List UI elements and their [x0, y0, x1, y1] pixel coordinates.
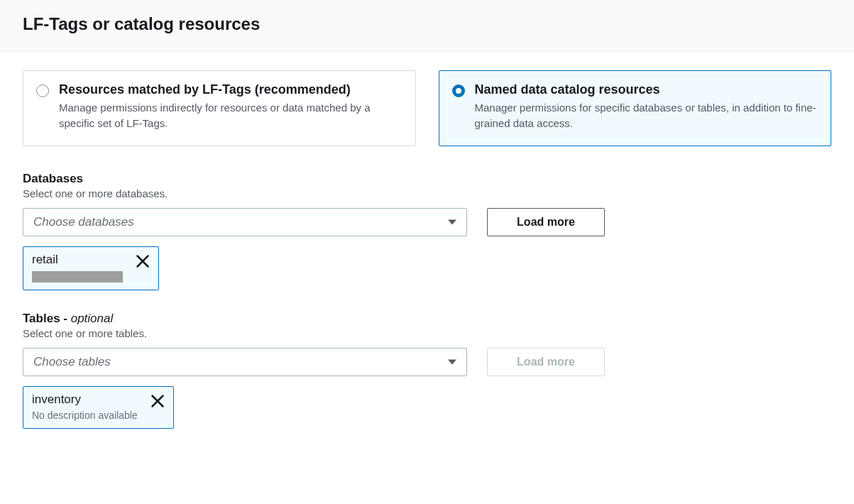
resource-mode-options: Resources matched by LF-Tags (recommende…	[23, 70, 831, 146]
tables-help: Select one or more tables.	[23, 327, 831, 339]
panel-title: LF-Tags or catalog resources	[23, 14, 831, 34]
option-named-title: Named data catalog resources	[475, 82, 819, 97]
remove-database-token-button[interactable]	[136, 254, 150, 268]
tables-select[interactable]: Choose tables	[23, 348, 467, 376]
option-named-resources[interactable]: Named data catalog resources Manager per…	[439, 70, 832, 146]
database-token-redacted-subtitle	[32, 271, 123, 283]
databases-load-more-button[interactable]: Load more	[487, 208, 605, 236]
radio-unselected-icon	[36, 84, 49, 97]
databases-section: Databases Select one or more databases. …	[23, 172, 831, 290]
close-icon	[136, 254, 150, 268]
database-token-name: retail	[32, 253, 123, 267]
databases-select-placeholder: Choose databases	[33, 215, 134, 229]
database-token: retail	[23, 246, 159, 290]
close-icon	[150, 394, 165, 408]
option-lftags-desc: Manage permissions indirectly for resour…	[59, 100, 403, 131]
remove-table-token-button[interactable]	[150, 394, 165, 408]
caret-down-icon	[448, 359, 456, 364]
caret-down-icon	[448, 219, 456, 224]
table-token-subtitle: No description available	[32, 410, 138, 421]
tables-selected-tokens: inventory No description available	[23, 386, 831, 429]
option-lftags-title: Resources matched by LF-Tags (recommende…	[59, 82, 403, 97]
table-token: inventory No description available	[23, 386, 174, 429]
table-token-name: inventory	[32, 393, 138, 407]
panel-header: LF-Tags or catalog resources	[0, 0, 854, 52]
tables-label-main: Tables -	[23, 312, 71, 325]
tables-label-optional: optional	[71, 312, 114, 325]
databases-select[interactable]: Choose databases	[23, 208, 467, 236]
option-named-desc: Manager permissions for specific databas…	[475, 100, 819, 131]
databases-label: Databases	[23, 172, 831, 186]
tables-load-more-button[interactable]: Load more	[487, 348, 605, 376]
tables-select-placeholder: Choose tables	[33, 355, 111, 369]
tables-section: Tables - optional Select one or more tab…	[23, 312, 831, 429]
tables-label: Tables - optional	[23, 312, 831, 326]
databases-selected-tokens: retail	[23, 246, 831, 290]
option-lftags[interactable]: Resources matched by LF-Tags (recommende…	[23, 70, 416, 146]
databases-help: Select one or more databases.	[23, 187, 831, 199]
radio-selected-icon	[452, 84, 465, 97]
